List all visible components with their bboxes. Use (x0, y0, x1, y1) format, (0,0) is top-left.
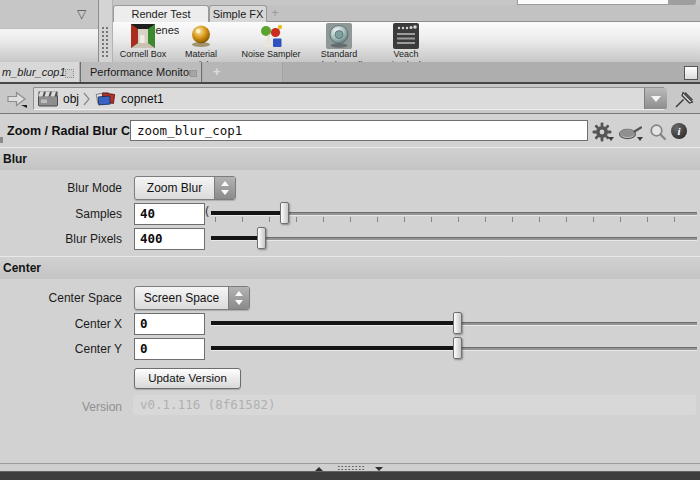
veach-mis-planks-icon (393, 23, 419, 49)
update-version-button[interactable]: Update Version (134, 368, 241, 389)
pane-add-tab-button[interactable]: + (203, 62, 283, 82)
splitter-collapse-up-icon[interactable] (315, 467, 323, 471)
center-y-slider-handle[interactable] (453, 337, 462, 359)
tool-label: Cornell Box (110, 50, 176, 60)
center-x-input[interactable]: 0 (134, 313, 205, 335)
breadcrumb-copnet1[interactable]: copnet1 (121, 92, 164, 106)
material-lookdev-icon (188, 23, 214, 49)
obj-network-icon (38, 91, 59, 107)
search-icon[interactable] (649, 122, 667, 142)
pin-icon[interactable] (674, 90, 695, 109)
slider-fill (211, 211, 285, 215)
center-y-input[interactable]: 0 (134, 338, 205, 360)
pane-tab-performance-monitor[interactable]: Performance Monitor (80, 62, 202, 82)
tool-label: Veach (373, 50, 439, 60)
samples-label: Samples (0, 207, 122, 221)
shelf-tool-noise-sampler[interactable]: Noise Sampler (238, 23, 304, 61)
node-icon-clipped (0, 137, 3, 143)
center-x-slider[interactable] (210, 312, 698, 334)
breadcrumb-separator-icon (83, 91, 91, 107)
blur-mode-value: Zoom Blur (135, 177, 214, 199)
shelf-tab-render-test-scenes[interactable]: Render Test Scenes (113, 5, 209, 22)
chevron-up-icon (221, 181, 229, 186)
samples-slider[interactable]: ( (210, 202, 698, 224)
splitter-collapse-down-icon[interactable] (375, 467, 383, 471)
breadcrumb-obj[interactable]: obj (63, 92, 79, 106)
pane-maximize-button[interactable] (684, 66, 698, 80)
version-value: v0.1.116 (8f61582) (140, 397, 275, 412)
blur-pixels-slider[interactable] (210, 227, 698, 249)
pane-tab-close-icon[interactable] (190, 70, 197, 77)
section-header-center[interactable]: Center (0, 256, 700, 279)
slider-range-bracket: ( (203, 204, 211, 219)
splitter-grip-icon[interactable] (337, 465, 365, 471)
copnet-icon (95, 90, 117, 107)
samples-input[interactable]: 40 (134, 203, 205, 225)
shelf-menu-arrow-icon[interactable]: ▽ (77, 7, 86, 21)
houdini-window: Render Test Scenes Simple FX + ▽ Cornell… (0, 0, 700, 480)
section-header-blur[interactable]: Blur (0, 147, 700, 170)
samples-slider-handle[interactable] (280, 202, 289, 224)
center-space-value: Screen Space (135, 287, 228, 309)
blur-mode-label: Blur Mode (0, 181, 122, 195)
chevron-up-icon (235, 291, 243, 296)
center-space-label: Center Space (0, 291, 122, 305)
pan-menu-arrow-icon (637, 137, 643, 141)
info-icon[interactable]: i (671, 123, 687, 139)
chevron-down-icon (651, 96, 661, 102)
tool-label: Material (168, 50, 234, 60)
blur-pixels-label: Blur Pixels (0, 232, 122, 246)
slider-fill (211, 346, 458, 350)
dropdown-spinner[interactable] (214, 177, 235, 199)
node-name-input[interactable]: zoom_blur_cop1 (130, 120, 588, 141)
noise-sampler-icon (258, 23, 284, 49)
slider-track (211, 237, 697, 240)
back-forward-arrow-icon[interactable] (6, 90, 28, 108)
shelf-add-tab-button[interactable]: + (268, 6, 282, 20)
center-x-slider-handle[interactable] (453, 312, 462, 334)
shelf-tool-cornell-box[interactable]: Cornell Box (110, 23, 176, 61)
gear-menu-arrow-icon (608, 137, 614, 141)
slider-fill (211, 236, 262, 240)
blur-mode-dropdown[interactable]: Zoom Blur (134, 176, 236, 200)
lower-pane-edge (0, 472, 700, 480)
chevron-down-icon (221, 190, 229, 195)
center-y-slider[interactable] (210, 337, 698, 359)
cornell-box-icon (130, 23, 156, 49)
tool-label: Standard (306, 50, 372, 60)
center-y-label: Center Y (0, 342, 122, 356)
path-dropdown-button[interactable] (644, 88, 667, 109)
blur-pixels-input[interactable]: 400 (134, 228, 205, 250)
shelf-tab-simple-fx[interactable]: Simple FX (209, 5, 267, 22)
slider-fill (211, 321, 458, 325)
grip-dots-icon (101, 26, 109, 58)
center-x-label: Center X (0, 317, 122, 331)
chevron-down-icon (235, 300, 243, 305)
node-type-label: Zoom / Radial Blur COP (7, 124, 148, 138)
tool-label: Noise Sampler (238, 50, 304, 60)
version-label: Version (0, 400, 122, 414)
pane-tab-type-icon (65, 69, 74, 78)
dropdown-spinner[interactable] (228, 287, 249, 309)
path-breadcrumb-field[interactable]: obj copnet1 (33, 87, 665, 110)
standard-shader-ball-icon (326, 23, 352, 49)
center-space-dropdown[interactable]: Screen Space (134, 286, 250, 310)
blur-pixels-slider-handle[interactable] (257, 227, 266, 249)
